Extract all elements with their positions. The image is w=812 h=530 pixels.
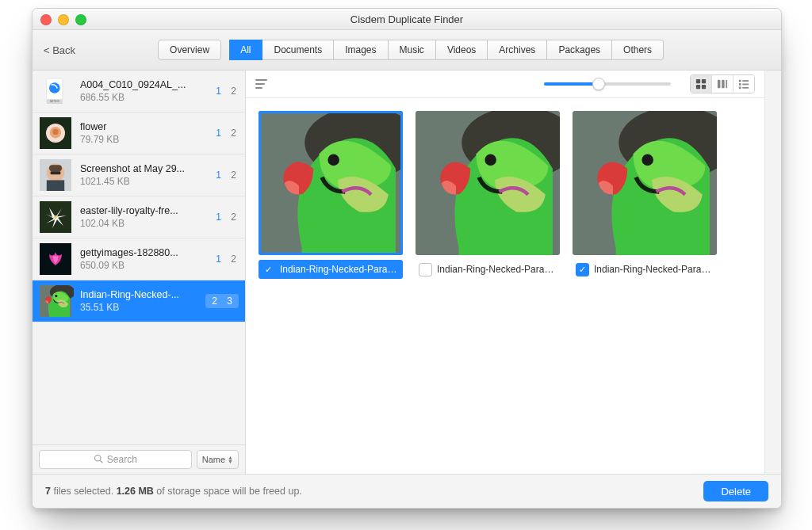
file-name: flower	[80, 121, 207, 132]
card-image[interactable]	[573, 111, 717, 255]
file-size: 686.55 KB	[80, 92, 207, 103]
card-caption: Indian-Ring-Necked-Parake...	[594, 264, 714, 275]
file-thumbnail	[37, 159, 74, 191]
select-checkbox[interactable]: ✓	[576, 263, 589, 276]
selected-count: 1	[213, 254, 224, 265]
thumbnail-size-slider[interactable]	[544, 82, 671, 86]
tab-images[interactable]: Images	[334, 40, 388, 60]
file-size: 35.51 KB	[80, 302, 199, 313]
tab-overview[interactable]: Overview	[158, 40, 221, 60]
scrollbar-track[interactable]	[765, 71, 781, 474]
tab-packages[interactable]: Packages	[547, 40, 612, 60]
duplicate-counts: 12	[213, 212, 239, 223]
duplicate-grid: ✓Indian-Ring-Necked-Parak...Indian-Ring-…	[246, 98, 764, 474]
sort-button[interactable]: Name ▲▼	[197, 450, 239, 469]
total-count: 2	[228, 128, 239, 139]
card-caption-row: ✓Indian-Ring-Necked-Parak...	[259, 260, 403, 279]
select-menu-icon[interactable]	[255, 79, 267, 89]
file-meta: easter-lily-royalty-fre...102.04 KB	[80, 205, 207, 229]
file-size: 1021.45 KB	[80, 176, 207, 187]
total-count: 2	[228, 212, 239, 223]
select-checkbox[interactable]	[419, 263, 432, 276]
total-count: 2	[228, 170, 239, 181]
duplicate-card[interactable]: Indian-Ring-Necked-Parake...	[416, 111, 560, 279]
selected-count: 1	[213, 212, 224, 223]
card-caption: Indian-Ring-Necked-Parak...	[280, 264, 400, 275]
sidebar-item[interactable]: Indian-Ring-Necked-...35.51 KB23	[33, 280, 245, 322]
tab-music[interactable]: Music	[389, 40, 436, 60]
window-title: Cisdem Duplicate Finder	[33, 13, 781, 25]
footer: 7 files selected. 1.26 MB of storage spa…	[33, 474, 781, 508]
search-placeholder: Search	[107, 454, 137, 465]
selected-count: 1	[213, 86, 224, 97]
view-mode-segment	[690, 74, 755, 93]
file-meta: Screenshot at May 29...1021.45 KB	[80, 163, 207, 187]
updown-icon: ▲▼	[228, 456, 233, 463]
file-thumbnail	[37, 285, 74, 317]
file-meta: Indian-Ring-Necked-...35.51 KB	[80, 289, 199, 313]
duplicate-counts: 12	[213, 128, 239, 139]
card-caption-row: Indian-Ring-Necked-Parake...	[416, 260, 560, 279]
file-size: 102.04 KB	[80, 218, 207, 229]
footer-status: 7 files selected. 1.26 MB of storage spa…	[45, 486, 302, 497]
tab-archives[interactable]: Archives	[488, 40, 547, 60]
view-list-button[interactable]	[733, 75, 754, 93]
selected-count: 2	[209, 296, 220, 307]
toolbar: < Back Overview All Documents Images Mus…	[33, 30, 781, 71]
card-caption: Indian-Ring-Necked-Parake...	[437, 264, 557, 275]
minimize-window-button[interactable]	[58, 14, 69, 25]
card-image[interactable]	[259, 111, 403, 255]
sort-label: Name	[202, 455, 225, 464]
view-columns-button[interactable]	[712, 75, 733, 93]
main-toolbar	[246, 71, 764, 98]
app-window: Cisdem Duplicate Finder < Back Overview …	[32, 8, 782, 509]
file-name: A004_C010_0924AL_...	[80, 79, 207, 90]
category-tabs: Overview All Documents Images Music Vide…	[158, 40, 664, 60]
total-count: 3	[224, 296, 235, 307]
tab-all[interactable]: All	[229, 40, 262, 60]
file-thumbnail	[37, 201, 74, 233]
select-checkbox[interactable]: ✓	[262, 263, 275, 276]
sidebar-item[interactable]: flower79.79 KB12	[33, 112, 245, 154]
sidebar-item[interactable]: A004_C010_0924AL_...686.55 KB12	[33, 71, 245, 112]
tab-videos[interactable]: Videos	[436, 40, 488, 60]
file-thumbnail	[37, 75, 74, 107]
sidebar-item[interactable]: gettyimages-182880...650.09 KB12	[33, 238, 245, 280]
file-size: 79.79 KB	[80, 134, 207, 145]
file-meta: gettyimages-182880...650.09 KB	[80, 247, 207, 271]
file-thumbnail	[37, 117, 74, 149]
selected-count: 1	[213, 128, 224, 139]
total-count: 2	[228, 86, 239, 97]
duplicate-counts: 12	[213, 254, 239, 265]
close-window-button[interactable]	[40, 14, 52, 25]
sidebar-item[interactable]: easter-lily-royalty-fre...102.04 KB12	[33, 196, 245, 238]
card-image[interactable]	[416, 111, 560, 255]
delete-button[interactable]: Delete	[703, 481, 768, 501]
search-icon	[94, 454, 103, 466]
duplicate-counts: 12	[213, 86, 239, 97]
duplicate-counts: 12	[213, 170, 239, 181]
file-name: gettyimages-182880...	[80, 247, 207, 258]
file-name: Indian-Ring-Necked-...	[80, 289, 199, 300]
sidebar-footer: Search Name ▲▼	[33, 444, 245, 474]
file-thumbnail	[37, 243, 74, 275]
view-grid-button[interactable]	[691, 75, 712, 93]
duplicate-group-list: A004_C010_0924AL_...686.55 KB12flower79.…	[33, 71, 245, 444]
file-name: easter-lily-royalty-fre...	[80, 205, 207, 216]
card-caption-row: ✓Indian-Ring-Necked-Parake...	[573, 260, 717, 279]
sidebar-item[interactable]: Screenshot at May 29...1021.45 KB12	[33, 154, 245, 196]
zoom-window-button[interactable]	[75, 14, 86, 25]
tab-others[interactable]: Others	[612, 40, 664, 60]
titlebar: Cisdem Duplicate Finder	[33, 9, 781, 30]
main-panel: ✓Indian-Ring-Necked-Parak...Indian-Ring-…	[246, 71, 765, 474]
file-size: 650.09 KB	[80, 260, 207, 271]
tab-documents[interactable]: Documents	[262, 40, 334, 60]
back-button[interactable]: < Back	[44, 44, 75, 56]
duplicate-group-sidebar: A004_C010_0924AL_...686.55 KB12flower79.…	[33, 71, 246, 474]
duplicate-card[interactable]: ✓Indian-Ring-Necked-Parake...	[573, 111, 717, 279]
svg-line-33	[100, 460, 102, 463]
search-input[interactable]: Search	[39, 450, 192, 469]
file-meta: flower79.79 KB	[80, 121, 207, 145]
svg-point-32	[94, 455, 101, 461]
duplicate-card[interactable]: ✓Indian-Ring-Necked-Parak...	[259, 111, 403, 279]
